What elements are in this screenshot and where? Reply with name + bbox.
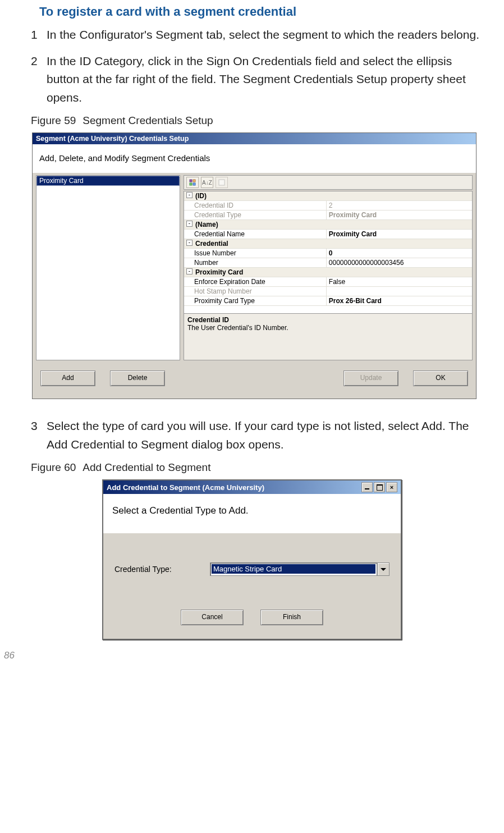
row-credential-type: Credential TypeProximity Card: [184, 210, 472, 220]
svg-rect-2: [190, 183, 192, 185]
step-number: 1: [31, 26, 47, 44]
step-3: 3 Select the type of card you will use. …: [31, 417, 484, 454]
step-text: In the ID Category, click in the Sign On…: [47, 52, 484, 107]
category-id[interactable]: -(ID): [184, 191, 472, 201]
combobox-field[interactable]: Magnetic Stripe Card: [210, 562, 377, 576]
figure-title: Add Credential to Segment: [83, 461, 210, 473]
propertygrid-toolbar: A↓Z: [184, 175, 473, 190]
svg-rect-0: [190, 180, 192, 182]
prop-value: [327, 287, 472, 296]
figure-number: Figure 59: [31, 115, 76, 126]
property-pages-icon[interactable]: [216, 177, 228, 188]
prop-value[interactable]: Proximity Card: [327, 230, 472, 239]
prop-label: Enforce Expiration Date: [184, 277, 327, 286]
prop-label: Number: [184, 258, 327, 267]
prop-value[interactable]: 0: [327, 249, 472, 258]
step-number: 3: [31, 417, 47, 454]
desc-text: The User Credential's ID Number.: [187, 324, 469, 332]
prop-value[interactable]: 00000000000000003456: [327, 258, 472, 267]
row-hot-stamp-number: Hot Stamp Number: [184, 287, 472, 296]
dialog-titlebar: Segment (Acme University) Credentials Se…: [33, 133, 476, 144]
category-name[interactable]: -(Name): [184, 220, 472, 230]
row-issue-number[interactable]: Issue Number0: [184, 249, 472, 258]
collapse-icon[interactable]: -: [186, 192, 193, 198]
svg-rect-3: [193, 183, 195, 185]
row-credential-name[interactable]: Credential NameProximity Card: [184, 230, 472, 239]
finish-button[interactable]: Finish: [260, 610, 323, 625]
row-enforce-expiration[interactable]: Enforce Expiration DateFalse: [184, 277, 472, 287]
dialog-subtitle: Add, Delete, and Modify Segment Credenti…: [33, 144, 476, 173]
maximize-icon[interactable]: [374, 482, 385, 492]
collapse-icon[interactable]: -: [186, 268, 193, 274]
step-1: 1 In the Configurator's Segment tab, sel…: [31, 26, 484, 44]
step-number: 2: [31, 52, 47, 107]
property-description-panel: Credential ID The User Credential's ID N…: [184, 314, 473, 360]
svg-rect-1: [193, 180, 195, 182]
cancel-button[interactable]: Cancel: [181, 610, 244, 625]
prop-label: Credential ID: [184, 201, 327, 210]
ok-button[interactable]: OK: [413, 370, 468, 386]
prop-label: Credential Name: [184, 230, 327, 239]
figure-title: Segment Credentials Setup: [83, 115, 213, 126]
figure-59-caption: Figure 59Segment Credentials Setup: [31, 115, 484, 127]
section-heading: To register a card with a segment creden…: [39, 4, 484, 19]
add-credential-to-segment-dialog: Add Credential to Segment (Acme Universi…: [102, 479, 402, 640]
property-grid[interactable]: -(ID) Credential ID2 Credential TypeProx…: [184, 191, 473, 314]
svg-rect-4: [219, 180, 224, 185]
credential-list[interactable]: Proximity Card: [36, 175, 180, 360]
prop-label: Proximity Card Type: [184, 296, 327, 305]
step-text: Select the type of card you will use. If…: [47, 417, 484, 454]
step-2: 2 In the ID Category, click in the Sign …: [31, 52, 484, 107]
prop-value[interactable]: Prox 26-Bit Card: [327, 296, 472, 305]
add-button[interactable]: Add: [40, 370, 95, 386]
dialog-titlebar: Add Credential to Segment (Acme Universi…: [103, 480, 401, 494]
desc-title: Credential ID: [187, 316, 469, 324]
credential-list-item-selected[interactable]: Proximity Card: [36, 176, 180, 186]
category-proximity-card[interactable]: -Proximity Card: [184, 268, 472, 277]
credential-type-combobox[interactable]: Magnetic Stripe Card: [210, 562, 390, 576]
prop-value: 2: [327, 201, 472, 210]
row-credential-id: Credential ID2: [184, 201, 472, 210]
row-number[interactable]: Number00000000000000003456: [184, 258, 472, 268]
credential-type-label: Credential Type:: [114, 565, 210, 574]
figure-60-caption: Figure 60Add Credential to Segment: [31, 461, 484, 474]
prop-label: Issue Number: [184, 249, 327, 258]
chevron-down-icon[interactable]: [377, 562, 390, 576]
prop-label: Hot Stamp Number: [184, 287, 327, 296]
category-credential[interactable]: -Credential: [184, 239, 472, 249]
segment-credentials-setup-dialog: Segment (Acme University) Credentials Se…: [32, 132, 476, 399]
combobox-selected-value: Magnetic Stripe Card: [212, 564, 375, 574]
figure-number: Figure 60: [31, 461, 76, 473]
categorized-view-icon[interactable]: [186, 177, 199, 188]
alphabetical-view-icon[interactable]: A↓Z: [201, 177, 213, 188]
page-number: 86: [4, 650, 484, 661]
dialog-title-text: Add Credential to Segment (Acme Universi…: [107, 483, 264, 492]
close-icon[interactable]: ×: [386, 482, 397, 492]
row-proximity-card-type[interactable]: Proximity Card TypeProx 26-Bit Card: [184, 296, 472, 306]
collapse-icon[interactable]: -: [186, 240, 193, 246]
update-button: Update: [343, 370, 398, 386]
step-text: In the Configurator's Segment tab, selec…: [47, 26, 479, 44]
dialog-prompt: Select a Credential Type to Add.: [103, 494, 401, 533]
delete-button[interactable]: Delete: [110, 370, 165, 386]
collapse-icon[interactable]: -: [186, 221, 193, 227]
prop-value: Proximity Card: [327, 210, 472, 219]
minimize-icon[interactable]: [361, 482, 373, 492]
prop-value[interactable]: False: [327, 277, 472, 286]
prop-label: Credential Type: [184, 210, 327, 219]
